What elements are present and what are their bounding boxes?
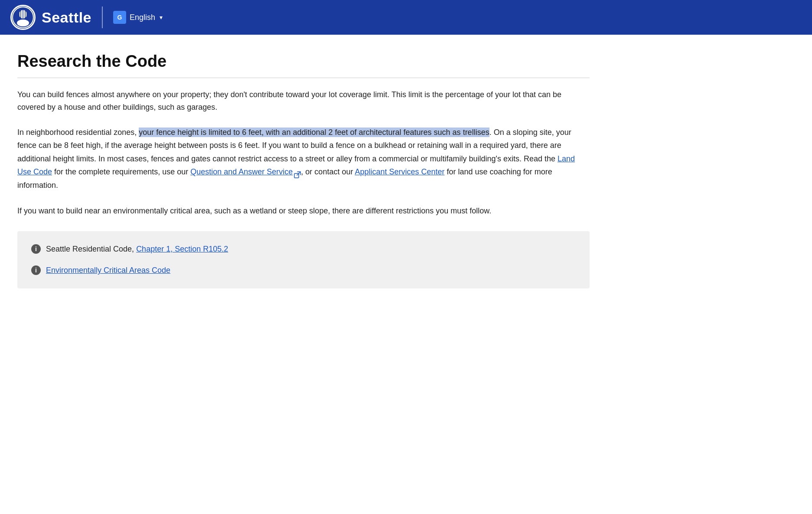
svg-point-2: [17, 20, 29, 26]
title-divider: [17, 78, 590, 78]
main-content: Research the Code You can build fences a…: [0, 35, 607, 314]
qa-service-link[interactable]: Question and Answer Service: [190, 167, 301, 176]
body-paragraph: In neighborhood residential zones, your …: [17, 126, 590, 192]
seattle-logo-link[interactable]: Seattle: [10, 5, 91, 30]
reference-box: i Seattle Residential Code, Chapter 1, S…: [17, 231, 590, 288]
seattle-logo-icon: [10, 5, 36, 30]
external-link-icon: [294, 169, 301, 176]
page-title: Research the Code: [17, 52, 590, 71]
info-icon-2: i: [31, 265, 41, 275]
chapter-link[interactable]: Chapter 1, Section R105.2: [136, 245, 228, 253]
header-city-name: Seattle: [42, 9, 91, 26]
info-icon-1: i: [31, 244, 41, 254]
intro-paragraph: You can build fences almost anywhere on …: [17, 88, 590, 114]
paragraph2-before-highlight: In neighborhood residential zones,: [17, 128, 139, 137]
reference-item-2-text: Environmentally Critical Areas Code: [46, 265, 170, 276]
google-translate-icon: G: [113, 11, 126, 24]
reference-item-1-text: Seattle Residential Code, Chapter 1, Sec…: [46, 243, 228, 255]
reference-item-2: i Environmentally Critical Areas Code: [31, 265, 576, 276]
eca-code-link[interactable]: Environmentally Critical Areas Code: [46, 266, 170, 275]
reference-item-1: i Seattle Residential Code, Chapter 1, S…: [31, 243, 576, 255]
highlighted-text: your fence height is limited to 6 feet, …: [139, 128, 489, 137]
site-header: Seattle G English ▾: [0, 0, 812, 35]
paragraph2-middle: for the complete requirements, use our: [52, 167, 190, 176]
chevron-down-icon: ▾: [160, 14, 163, 21]
env-paragraph: If you want to build near an environment…: [17, 204, 590, 218]
paragraph2-middle2: , or contact our: [301, 167, 355, 176]
header-divider: [102, 7, 103, 28]
language-label: English: [130, 13, 155, 22]
language-selector[interactable]: G English ▾: [113, 11, 163, 24]
applicant-services-link[interactable]: Applicant Services Center: [355, 167, 444, 176]
